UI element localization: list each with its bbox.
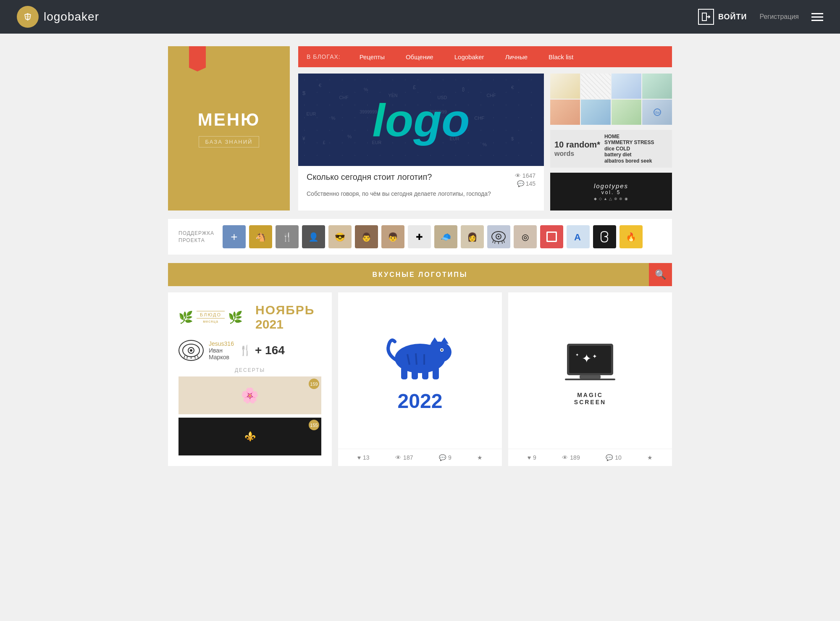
thumb-2[interactable] <box>581 74 611 99</box>
dessert-1-image: 🌸 <box>241 387 259 404</box>
featured-post[interactable]: $ € CHF % YEN £ USD ₿ CHF € EUR <box>298 74 544 211</box>
menu-title: МЕНЮ <box>198 110 260 130</box>
login-label: ВОЙТИ <box>718 13 747 21</box>
magic-screen-logo: ✦ ✦ ✦ MAGICSCREEN <box>556 335 624 406</box>
blog-nav-item-blacklist[interactable]: Black list <box>538 46 584 67</box>
dessert-item-2[interactable]: ⚜️ 155 <box>178 418 321 455</box>
magic-screen-card[interactable]: ✦ ✦ ✦ MAGICSCREEN ♥ 9 <box>508 292 672 466</box>
blog-nav-item-logobaker[interactable]: Logobaker <box>444 46 495 67</box>
svg-text:£: £ <box>323 140 326 145</box>
avatar-fork[interactable]: 🍴 <box>276 225 299 248</box>
avatar-beard[interactable]: 👨 <box>355 225 378 248</box>
search-button[interactable]: 🔍 <box>649 263 672 286</box>
tiger-logo: 2022 <box>374 329 466 413</box>
thumb-7[interactable] <box>612 100 641 125</box>
thumb-4[interactable] <box>642 74 672 99</box>
svg-text:%: % <box>483 142 487 147</box>
main-content: МЕНЮ БАЗА ЗНАНИЙ В БЛОГАХ: Рецепты Общен… <box>151 34 689 487</box>
svg-text:✦: ✦ <box>575 353 579 357</box>
thumb-5[interactable] <box>550 100 580 125</box>
menu-subtitle: БАЗА ЗНАНИЙ <box>199 136 260 147</box>
thumb-6[interactable] <box>581 100 611 125</box>
login-button[interactable]: ВОЙТИ <box>698 9 747 25</box>
author-fullname: ИванМарков <box>209 347 234 360</box>
tiger-logo-card[interactable]: 2022 ♥ 13 👁 187 💬 9 <box>338 292 502 466</box>
random-words-thumb[interactable]: 10 random* words HOMESYMMETRY STRESSdice… <box>550 130 672 168</box>
dessert-1-badge: 159 <box>309 379 319 389</box>
logotypes-thumb[interactable]: logotypes vol. 5 ◆ ◇ ▲ △ ⊕ ⊗ ◉ <box>550 173 672 211</box>
blog-content-row: $ € CHF % YEN £ USD ₿ CHF € EUR <box>298 74 672 211</box>
author-username: Jesus316 <box>209 340 234 347</box>
avatar-black-logo[interactable] <box>593 225 616 248</box>
right-section: В БЛОГАХ: Рецепты Общение Logobaker Личн… <box>298 46 672 211</box>
author-info: Jesus316 ИванМарков <box>209 340 234 360</box>
thumb-1[interactable] <box>550 74 580 99</box>
laurel-left-icon: 🌿 <box>178 310 193 324</box>
comment-icon: 💬 <box>517 180 524 187</box>
avatar-add-button[interactable]: + <box>223 225 246 248</box>
logo-container[interactable]: logobaker <box>17 6 99 28</box>
blog-nav: В БЛОГАХ: Рецепты Общение Logobaker Личн… <box>298 46 672 67</box>
svg-text:¥: ¥ <box>302 136 306 142</box>
svg-rect-44 <box>401 367 407 379</box>
avatar-ornate[interactable]: ◎ <box>514 225 537 248</box>
dish-year: 2021 <box>255 317 315 332</box>
svg-text:Be: Be <box>655 111 660 115</box>
svg-rect-47 <box>433 367 439 379</box>
menu-card[interactable]: МЕНЮ БАЗА ЗНАНИЙ <box>168 46 290 211</box>
thumb-3[interactable] <box>612 74 641 99</box>
hamburger-menu[interactable] <box>811 13 823 21</box>
svg-line-51 <box>416 353 417 365</box>
svg-marker-42 <box>430 337 439 344</box>
svg-point-49 <box>441 349 443 351</box>
featured-post-stats: 👁 1647 💬 145 <box>515 172 536 187</box>
avatar-guy[interactable]: 👦 <box>381 225 404 248</box>
svg-text:%: % <box>364 87 368 92</box>
magic-star: ★ <box>647 454 653 461</box>
logo-swirl: logo <box>372 93 470 147</box>
blog-nav-item-personal[interactable]: Личные <box>495 46 538 67</box>
magic-comments: 💬 10 <box>606 454 622 461</box>
dessert-item-1[interactable]: 🌸 159 <box>178 376 321 414</box>
avatar-dark[interactable]: 👤 <box>302 225 325 248</box>
random-words-label: 10 random* words <box>554 139 600 158</box>
avatar-yellow-flame[interactable]: 🔥 <box>620 225 643 248</box>
support-avatars: + 🐴 🍴 👤 😎 👨 👦 ✚ 🧢 👩 ◎ <box>223 225 643 248</box>
svg-text:CHF: CHF <box>339 95 349 100</box>
login-icon <box>698 9 714 25</box>
avatar-glasses[interactable]: 😎 <box>328 225 352 248</box>
avatar-blonde[interactable]: 👩 <box>461 225 484 248</box>
dish-header: 🌿 БЛЮДО месяца 🌿 НОЯБРЬ 2021 <box>178 303 321 332</box>
comments-stat: 💬 145 <box>517 180 536 187</box>
views-count: 1647 <box>522 172 536 179</box>
comments-count-2: 9 <box>448 454 452 461</box>
svg-text:%: % <box>347 134 352 139</box>
avatar-cap[interactable]: 🧢 <box>434 225 457 248</box>
tiger-star: ★ <box>477 454 483 461</box>
star-icon-3: ★ <box>647 454 653 461</box>
dish-of-month-card: 🌿 БЛЮДО месяца 🌿 НОЯБРЬ 2021 <box>168 292 332 466</box>
avatar-letter-a[interactable]: A <box>567 225 590 248</box>
tiger-stats-bar: ♥ 13 👁 187 💬 9 ★ <box>338 449 502 466</box>
svg-rect-5 <box>702 13 706 21</box>
svg-text:EUR: EUR <box>307 111 316 116</box>
magic-stats-bar: ♥ 9 👁 189 💬 10 ★ <box>508 449 672 466</box>
svg-text:CHF: CHF <box>474 115 484 121</box>
support-label: ПОДДЕРЖКАПРОЕКТА <box>178 230 214 244</box>
avatar-horse[interactable]: 🐴 <box>249 225 272 248</box>
comments-count-3: 10 <box>615 454 622 461</box>
thumb-8[interactable]: Be <box>642 100 672 125</box>
desserts-label: ДЕСЕРТЫ <box>178 367 321 373</box>
svg-point-41 <box>426 342 452 363</box>
avatar-red-square[interactable] <box>540 225 563 248</box>
blog-nav-item-recipes[interactable]: Рецепты <box>349 46 395 67</box>
header-right: ВОЙТИ Регистрация <box>698 9 823 25</box>
register-link[interactable]: Регистрация <box>759 13 799 21</box>
laurel-right-icon: 🌿 <box>228 310 243 324</box>
views-count-3: 189 <box>570 454 580 461</box>
featured-post-title-text: Сколько сегодня стоит логотип? <box>307 172 432 182</box>
tiger-views: 👁 187 <box>395 454 413 461</box>
avatar-cross[interactable]: ✚ <box>408 225 431 248</box>
blog-nav-item-communication[interactable]: Общение <box>395 46 444 67</box>
avatar-eye[interactable] <box>487 225 510 248</box>
